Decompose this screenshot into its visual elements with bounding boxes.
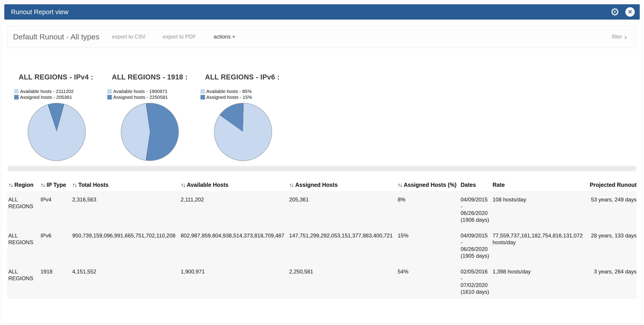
cell-total-hosts: 950,739,159,096,991,665,751,702,110,208 — [71, 227, 180, 263]
window-title: Runout Report view — [11, 8, 68, 16]
sort-icon[interactable]: ↑↓ — [8, 182, 12, 188]
legend-item: Available hosts - 1900971 — [107, 88, 200, 94]
column-header-total-hosts[interactable]: ↑↓Total Hosts — [71, 182, 180, 191]
chart-block-ipv4: ALL REGIONS - IPv4 : Available hosts - 2… — [14, 73, 107, 161]
sort-icon[interactable]: ↑↓ — [289, 182, 294, 188]
column-header-available-hosts[interactable]: ↑↓Available Hosts — [180, 182, 288, 191]
runout-table: ↑↓Region ↑↓IP Type ↑↓Total Hosts ↑↓Avail… — [8, 182, 636, 299]
legend-label: Assigned hosts - 205361 — [20, 94, 72, 100]
legend-swatch — [14, 89, 19, 94]
report-content: Default Runout - All types export to CSV… — [4, 26, 640, 299]
legend-label: Assigned hosts - 2250581 — [113, 94, 168, 100]
chart-legend: Available hosts - 2111202 Assigned hosts… — [14, 88, 107, 100]
cell-assigned-hosts: 2,250,581 — [288, 263, 397, 299]
export-pdf-link[interactable]: export to PDF — [163, 34, 196, 40]
table-header-row: ↑↓Region ↑↓IP Type ↑↓Total Hosts ↑↓Avail… — [8, 182, 636, 191]
close-icon[interactable]: ✕ — [625, 7, 635, 17]
cell-assigned-pct: 15% — [397, 227, 460, 263]
column-label: Total Hosts — [78, 182, 108, 188]
cell-assigned-hosts: 147,751,299,292,053,151,377,883,400,721 — [288, 227, 397, 263]
chart-legend: Available hosts - 1900971 Assigned hosts… — [107, 88, 200, 100]
legend-swatch — [107, 89, 112, 94]
cell-region: ALL REGIONS — [8, 191, 40, 227]
chevron-right-icon: › — [624, 33, 627, 40]
sort-icon[interactable]: ↑↓ — [181, 182, 185, 188]
chart-block-ipv6: ALL REGIONS - IPv6 : Available hosts - 8… — [200, 73, 294, 161]
cell-projected-runout: 53 years, 249 days — [586, 191, 636, 227]
cell-assigned-pct: 54% — [397, 263, 460, 299]
legend-swatch — [14, 95, 19, 100]
column-header-region[interactable]: ↑↓Region — [8, 182, 40, 191]
column-label: Region — [14, 182, 34, 188]
legend-label: Assigned hosts - 15% — [206, 94, 252, 100]
settings-gear-icon[interactable]: ⚙ — [610, 7, 620, 17]
cell-projected-runout: 28 years, 133 days — [586, 227, 636, 263]
cell-assigned-hosts: 205,361 — [288, 191, 397, 227]
legend-label: Available hosts - 2111202 — [20, 89, 74, 94]
sort-icon[interactable]: ↑↓ — [398, 182, 402, 188]
cell-dates: 04/09/2015 - 06/26/2020 (1906 days) — [460, 191, 492, 227]
cell-ip-type: IPv4 — [40, 191, 71, 227]
column-header-assigned-hosts[interactable]: ↑↓Assigned Hosts — [288, 182, 397, 191]
legend-swatch — [200, 89, 205, 94]
report-window: Runout Report view ⚙ ✕ Default Runout - … — [1, 1, 643, 324]
legend-item: Assigned hosts - 2250581 — [107, 94, 200, 100]
column-label: Available Hosts — [187, 182, 228, 188]
cell-total-hosts: 4,151,552 — [71, 263, 180, 299]
cell-rate: 77,559,737,161,182,754,816,131,072 hosts… — [492, 227, 586, 263]
legend-swatch — [107, 95, 112, 100]
cell-rate: 108 hosts/day — [492, 191, 586, 227]
table-row: ALL REGIONS 1918 4,151,552 1,900,971 2,2… — [8, 263, 636, 299]
horizontal-scrollbar[interactable] — [8, 166, 636, 171]
cell-available-hosts: 2,111,202 — [180, 191, 288, 227]
cell-total-hosts: 2,316,563 — [71, 191, 180, 227]
chart-title: ALL REGIONS - IPv6 : — [205, 73, 294, 81]
cell-projected-runout: 3 years, 264 days — [586, 263, 636, 299]
legend-label: Available hosts - 1900971 — [113, 89, 168, 94]
column-label: Assigned Hosts (%) — [404, 182, 456, 188]
cell-dates: 02/05/2016 - 07/02/2020 (1610 days) — [460, 263, 492, 299]
export-csv-link[interactable]: export to CSV — [112, 34, 146, 40]
cell-ip-type: IPv6 — [40, 227, 71, 263]
column-label: Dates — [460, 182, 476, 188]
table-row: ALL REGIONS IPv4 2,316,563 2,111,202 205… — [8, 191, 636, 227]
cell-available-hosts: 802,987,859,804,938,514,373,818,709,487 — [180, 227, 288, 263]
column-label: Projected Runout — [590, 182, 636, 188]
cell-region: ALL REGIONS — [8, 263, 40, 299]
chart-title: ALL REGIONS - 1918 : — [112, 73, 200, 81]
cell-region: ALL REGIONS — [8, 227, 40, 263]
sort-icon[interactable]: ↑↓ — [40, 182, 45, 188]
legend-swatch — [200, 95, 205, 100]
legend-item: Available hosts - 2111202 — [14, 88, 107, 94]
cell-assigned-pct: 8% — [397, 191, 460, 227]
cell-dates: 04/09/2015 - 06/26/2020 (1905 days) — [460, 227, 492, 263]
chart-title: ALL REGIONS - IPv4 : — [19, 73, 107, 81]
column-header-assigned-hosts-pct[interactable]: ↑↓Assigned Hosts (%) — [397, 182, 460, 191]
legend-item: Available hosts - 85% — [200, 88, 294, 94]
chart-legend: Available hosts - 85% Assigned hosts - 1… — [200, 88, 294, 100]
legend-item: Assigned hosts - 15% — [200, 94, 294, 100]
pie-charts-section: ALL REGIONS - IPv4 : Available hosts - 2… — [8, 73, 636, 161]
report-toolbar: Default Runout - All types export to CSV… — [8, 26, 636, 48]
column-header-ip-type[interactable]: ↑↓IP Type — [40, 182, 71, 191]
titlebar-icons: ⚙ ✕ — [610, 7, 635, 17]
column-label: IP Type — [46, 182, 66, 188]
cell-rate: 1,398 hosts/day — [492, 263, 586, 299]
filter-toggle[interactable]: filter › — [612, 33, 627, 40]
column-label: Rate — [492, 182, 505, 188]
titlebar: Runout Report view ⚙ ✕ — [4, 4, 640, 20]
legend-label: Available hosts - 85% — [206, 89, 252, 94]
pie-chart-ipv4 — [28, 103, 86, 161]
legend-item: Assigned hosts - 205361 — [14, 94, 107, 100]
column-header-rate: Rate — [492, 182, 586, 191]
column-label: Assigned Hosts — [295, 182, 338, 188]
cell-ip-type: 1918 — [40, 263, 71, 299]
table-row: ALL REGIONS IPv6 950,739,159,096,991,665… — [8, 227, 636, 263]
report-title: Default Runout - All types — [13, 32, 100, 41]
sort-icon[interactable]: ↑↓ — [72, 182, 76, 188]
column-header-dates: Dates — [460, 182, 492, 191]
actions-menu[interactable]: actions + — [214, 34, 235, 40]
pie-chart-1918 — [121, 103, 179, 161]
column-header-projected-runout: Projected Runout — [586, 182, 636, 191]
cell-available-hosts: 1,900,971 — [180, 263, 288, 299]
